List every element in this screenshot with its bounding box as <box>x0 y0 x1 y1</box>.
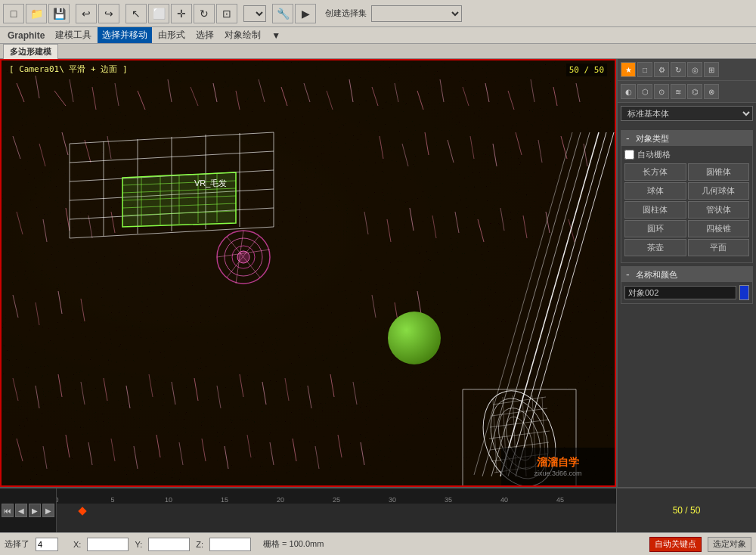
hair-particles-svg <box>2 60 615 485</box>
timeline-content: 0 5 10 15 20 25 30 35 40 45 <box>57 488 616 532</box>
panel-icon-s3[interactable]: ⊙ <box>654 84 669 99</box>
collapse-icon[interactable]: - <box>626 132 630 144</box>
panel-icon-tabs: ★ □ ⚙ ↻ ◎ ⊞ <box>618 59 756 81</box>
ruler-mark-5: 5 <box>110 496 114 504</box>
ruler-mark-45: 45 <box>556 496 564 504</box>
main-toolbar: □ 📁 💾 ↩ ↪ ↖ ⬜ ✛ ↻ ⊡ 视图 🔧 ▶ 创建选择集 <box>0 0 756 27</box>
panel-icon-motion[interactable]: ↻ <box>671 62 686 77</box>
viewport-label: [ Camera01\ 平滑 + 边面 ] <box>9 64 128 75</box>
y-field[interactable] <box>148 538 190 551</box>
object-type-grid: 长方体 圆锥体 球体 几何球体 圆柱体 管状体 圆环 四棱锥 茶壶 平面 <box>624 163 749 256</box>
box-button[interactable]: 长方体 <box>624 163 686 181</box>
z-field[interactable] <box>209 538 251 551</box>
timeline-frame-display: 50 / 50 <box>673 505 701 516</box>
standard-primitives-dropdown[interactable]: 标准基本体 <box>621 106 753 121</box>
select-region-button[interactable]: ⬜ <box>148 4 169 23</box>
open-button[interactable]: 📁 <box>26 4 47 23</box>
render-setup-button[interactable]: 🔧 <box>272 4 293 23</box>
panel-icon-utilities[interactable]: ⊞ <box>704 62 719 77</box>
main-area: [ Camera01\ 平滑 + 边面 ] VR_毛发 50 / 50 溜溜自学… <box>0 59 756 487</box>
select-button[interactable]: ↖ <box>125 4 147 23</box>
green-sphere-object[interactable] <box>388 312 441 364</box>
vr-label: VR_毛发 <box>194 178 227 189</box>
new-button[interactable]: □ <box>3 4 24 23</box>
menu-modeling[interactable]: 建模工具 <box>51 27 96 43</box>
sphere-button[interactable]: 球体 <box>624 182 686 200</box>
menu-select-move[interactable]: 选择并移动 <box>98 27 152 43</box>
cylinder-button[interactable]: 圆柱体 <box>624 201 686 219</box>
selected-count-field[interactable] <box>36 538 58 551</box>
ruler-mark-10: 10 <box>165 496 172 504</box>
ruler-mark-15: 15 <box>221 496 228 504</box>
object-name-input[interactable] <box>624 286 736 299</box>
toolbar-label: 创建选择集 <box>325 8 367 19</box>
name-color-label: 名称和颜色 <box>636 269 677 281</box>
watermark-brand: 溜溜自学 <box>534 456 581 470</box>
panel-icon-create[interactable]: ★ <box>621 62 636 77</box>
panel-secondary-icons: ◐ ⬡ ⊙ ≋ ⌬ ⊗ <box>618 81 756 103</box>
torus-button[interactable]: 圆环 <box>624 220 686 237</box>
panel-icon-hierarchy[interactable]: ⚙ <box>654 62 669 77</box>
render-button[interactable]: ▶ <box>295 4 316 23</box>
auto-grid-checkbox[interactable] <box>624 150 634 160</box>
prev-frame-button[interactable]: ◀ <box>15 504 27 517</box>
save-button[interactable]: 💾 <box>48 4 70 23</box>
select-obj-button[interactable]: 选定对象 <box>708 537 751 552</box>
auto-grid-row: 自动栅格 <box>624 149 749 160</box>
selected-label: 选择了 <box>5 538 29 550</box>
frame-counter: 50 / 50 <box>566 64 607 76</box>
teapot-button[interactable]: 茶壶 <box>624 239 686 256</box>
menu-more[interactable]: ▼ <box>267 29 285 42</box>
view-dropdown[interactable]: 视图 <box>243 5 266 22</box>
redo-button[interactable]: ↪ <box>98 4 119 23</box>
panel-icon-s6[interactable]: ⊗ <box>704 84 719 99</box>
ruler-mark-20: 20 <box>277 496 284 504</box>
geosphere-button[interactable]: 几何球体 <box>688 182 750 200</box>
go-start-button[interactable]: ⏮ <box>2 504 14 517</box>
keyframe-marker <box>78 507 86 515</box>
right-panel: ★ □ ⚙ ↻ ◎ ⊞ ◐ ⬡ ⊙ ≋ ⌬ ⊗ 标准基本体 - 对象类型 <box>616 59 756 487</box>
scale-button[interactable]: ⊡ <box>216 4 237 23</box>
rotate-button[interactable]: ↻ <box>194 4 215 23</box>
cone-button[interactable]: 圆锥体 <box>688 163 750 181</box>
name-color-body <box>621 282 752 303</box>
name-color-collapse-icon[interactable]: - <box>626 268 630 281</box>
menu-select[interactable]: 选择 <box>191 27 218 43</box>
name-color-section: - 名称和颜色 <box>621 266 753 304</box>
viewport[interactable]: [ Camera01\ 平滑 + 边面 ] VR_毛发 50 / 50 溜溜自学… <box>0 59 616 487</box>
y-label: Y: <box>135 540 142 549</box>
menu-paint[interactable]: 对象绘制 <box>220 27 265 43</box>
tube-button[interactable]: 管状体 <box>688 201 750 219</box>
object-type-label: 对象类型 <box>636 133 669 144</box>
panel-icon-modify[interactable]: □ <box>637 62 652 77</box>
plane-button[interactable]: 平面 <box>688 239 750 256</box>
menu-by-form[interactable]: 由形式 <box>153 27 190 43</box>
menubar: Graphite 建模工具 选择并移动 由形式 选择 对象绘制 ▼ <box>0 27 756 44</box>
undo-button[interactable]: ↩ <box>76 4 97 23</box>
panel-icon-s2[interactable]: ⬡ <box>637 84 652 99</box>
panel-icon-s4[interactable]: ≋ <box>671 84 686 99</box>
name-color-row <box>624 285 749 300</box>
z-label: Z: <box>196 540 203 549</box>
create-selection-dropdown[interactable] <box>371 5 462 22</box>
timeline-main: ⏮ ◀ ▶ ▶ 0 5 10 15 20 25 30 35 40 45 <box>0 488 756 532</box>
watermark-url: zixue.3d66.com <box>534 470 581 477</box>
object-type-header: - 对象类型 <box>621 131 752 146</box>
pyramid-button[interactable]: 四棱锥 <box>688 220 750 237</box>
timeline: ⏮ ◀ ▶ ▶ 0 5 10 15 20 25 30 35 40 45 <box>0 487 756 532</box>
move-button[interactable]: ✛ <box>171 4 192 23</box>
auto-key-button[interactable]: 自动关键点 <box>649 537 702 552</box>
object-type-section: - 对象类型 自动栅格 长方体 圆锥体 球体 几何球体 圆柱体 管状体 圆环 四… <box>621 130 753 263</box>
next-frame-button[interactable]: ▶ <box>42 504 54 517</box>
object-type-body: 自动栅格 长方体 圆锥体 球体 几何球体 圆柱体 管状体 圆环 四棱锥 茶壶 平… <box>621 146 752 262</box>
panel-icon-display[interactable]: ◎ <box>687 62 702 77</box>
ruler-mark-30: 30 <box>389 496 396 504</box>
color-swatch[interactable] <box>739 285 749 300</box>
x-field[interactable] <box>87 538 129 551</box>
tab-polygon-modeling[interactable]: 多边形建模 <box>3 44 58 59</box>
panel-icon-s5[interactable]: ⌬ <box>687 84 702 99</box>
panel-icon-s1[interactable]: ◐ <box>621 84 636 99</box>
play-button[interactable]: ▶ <box>29 504 41 517</box>
ruler-mark-35: 35 <box>445 496 452 504</box>
name-color-header: - 名称和颜色 <box>621 267 752 282</box>
